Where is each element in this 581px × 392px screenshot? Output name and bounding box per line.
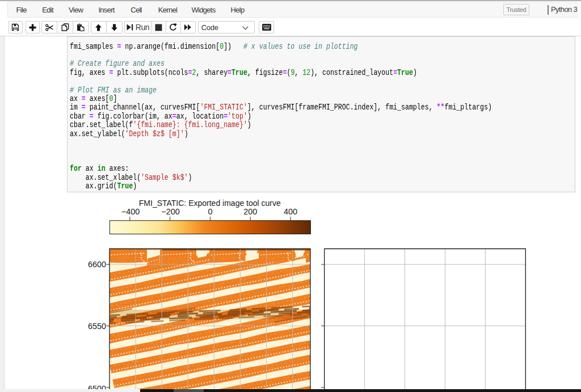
svg-text:200: 200: [243, 207, 257, 216]
svg-text:6550: 6550: [88, 322, 106, 331]
svg-text:FMI_STATIC: Exported image too: FMI_STATIC: Exported image tool curve: [139, 199, 281, 208]
svg-text:0: 0: [208, 207, 212, 216]
svg-text:−200: −200: [161, 207, 179, 216]
svg-text:6600: 6600: [88, 260, 106, 269]
svg-text:400: 400: [284, 207, 297, 216]
svg-text:−400: −400: [121, 207, 140, 216]
